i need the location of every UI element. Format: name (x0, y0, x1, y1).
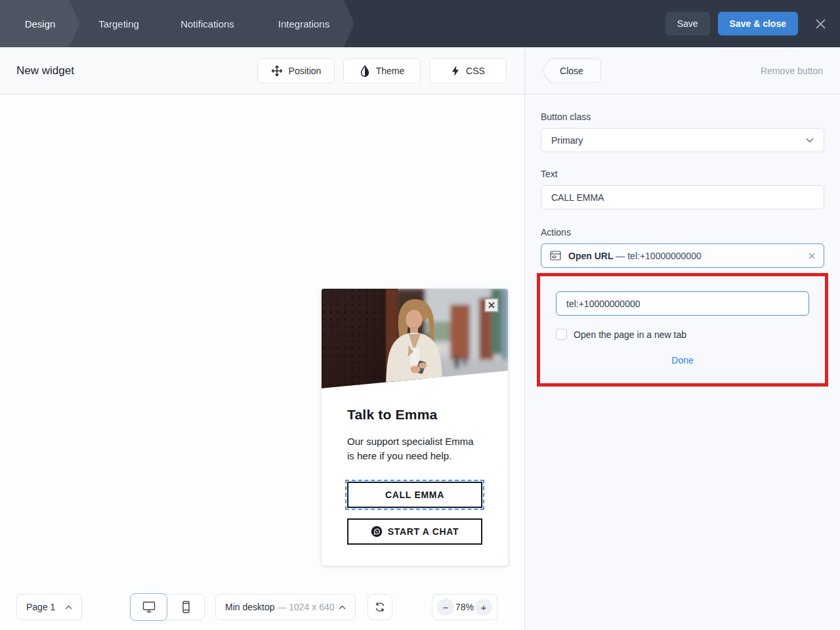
widget-chat-button-label: START A CHAT (388, 526, 459, 537)
zoom-out-button[interactable]: − (437, 598, 454, 616)
action-title: Open URL (568, 251, 613, 261)
desktop-view-button[interactable] (130, 593, 167, 621)
widget-heading: Talk to Emma (347, 407, 482, 423)
zoom-level: 78% (455, 602, 474, 612)
tab-notifications-label: Notifications (180, 18, 234, 30)
widget-dismiss-button[interactable] (484, 298, 499, 312)
widget-preview-card[interactable]: Talk to Emma Our support specialist Emma… (322, 289, 508, 566)
move-icon (271, 65, 283, 77)
x-icon (488, 302, 495, 308)
panel-header: Close Remove button (525, 47, 840, 94)
preview-canvas: Talk to Emma Our support specialist Emma… (0, 94, 524, 630)
step-tabs: Design Targeting Notifications Integrati… (0, 0, 354, 47)
mobile-icon (182, 600, 190, 614)
remove-action-button[interactable] (808, 253, 815, 259)
settings-panel: Close Remove button Button class Primary… (525, 47, 840, 630)
zoom-control: − 78% + (432, 594, 497, 620)
action-detail: — tel:+10000000000 (616, 251, 701, 261)
action-item-text: Open URL — tel:+10000000000 (568, 251, 702, 261)
theme-button-label: Theme (376, 66, 405, 76)
widget-call-button[interactable]: CALL EMMA (347, 482, 482, 508)
widget-cover-image (322, 289, 508, 392)
css-button[interactable]: CSS (429, 58, 507, 83)
new-tab-option[interactable]: Open the page in a new tab (556, 329, 809, 340)
desktop-icon (142, 600, 156, 614)
button-text-value: CALL EMMA (551, 192, 604, 203)
highlight-annotation: tel:+10000000000 Open the page in a new … (537, 273, 828, 387)
tab-targeting[interactable]: Targeting (70, 0, 161, 47)
breakpoint-name: Min desktop (225, 602, 274, 612)
tab-integrations[interactable]: Integrations (247, 0, 354, 47)
mobile-view-button[interactable] (167, 594, 204, 620)
panel-close-button[interactable]: Close (542, 58, 601, 83)
panel-close-label: Close (543, 59, 600, 83)
chevron-up-icon (65, 605, 72, 610)
save-and-close-button[interactable]: Save & close (718, 12, 798, 35)
save-button[interactable]: Save (665, 12, 710, 35)
tab-targeting-label: Targeting (98, 18, 139, 30)
button-class-select[interactable]: Primary (541, 128, 824, 152)
page-selector-label: Page 1 (26, 602, 55, 612)
action-url-value: tel:+10000000000 (566, 299, 640, 309)
whatsapp-icon (371, 526, 383, 537)
page-selector[interactable]: Page 1 (16, 594, 82, 620)
tab-design-label: Design (25, 18, 56, 30)
zoom-in-button[interactable]: + (475, 598, 492, 616)
tab-integrations-label: Integrations (278, 18, 329, 30)
css-button-label: CSS (466, 66, 485, 76)
new-tab-checkbox[interactable] (556, 329, 567, 340)
refresh-icon (374, 601, 386, 613)
new-tab-checkbox-label: Open the page in a new tab (574, 329, 686, 340)
text-label: Text (541, 169, 824, 179)
breakpoint-size: — 1024 x 640 (277, 602, 334, 612)
top-bar: Design Targeting Notifications Integrati… (0, 0, 840, 47)
button-class-label: Button class (541, 112, 824, 122)
button-class-value: Primary (551, 135, 583, 146)
position-button[interactable]: Position (257, 58, 335, 83)
refresh-preview-button[interactable] (368, 594, 392, 620)
widget-chat-button[interactable]: START A CHAT (347, 518, 482, 545)
remove-button-link[interactable]: Remove button (761, 66, 823, 76)
widget-body-text: Our support specialist Emma is here if y… (347, 434, 482, 463)
actions-label: Actions (541, 227, 824, 238)
action-url-input[interactable]: tel:+10000000000 (556, 291, 809, 316)
theme-button[interactable]: Theme (343, 58, 421, 83)
widget-title: New widget (16, 64, 74, 77)
position-button-label: Position (289, 66, 322, 76)
tab-notifications[interactable]: Notifications (151, 0, 257, 47)
action-item-open-url[interactable]: Open URL — tel:+10000000000 (541, 243, 824, 268)
chevron-up-icon (339, 605, 346, 610)
browser-window-icon (550, 251, 561, 261)
close-editor-button[interactable] (811, 14, 830, 33)
canvas-header: New widget Position (0, 47, 524, 94)
tab-design[interactable]: Design (0, 0, 80, 47)
close-icon (815, 18, 826, 30)
lightning-icon (451, 65, 460, 77)
widget-call-button-label: CALL EMMA (385, 490, 444, 500)
chevron-down-icon (806, 138, 814, 143)
device-toggle (130, 594, 205, 620)
contrast-drop-icon (360, 65, 370, 77)
topbar-actions: Save Save & close (665, 0, 840, 47)
breakpoint-label: Min desktop — 1024 x 640 (225, 602, 335, 612)
button-text-input[interactable]: CALL EMMA (541, 185, 824, 209)
done-link[interactable]: Done (556, 355, 809, 366)
breakpoint-selector[interactable]: Min desktop — 1024 x 640 (215, 594, 356, 620)
